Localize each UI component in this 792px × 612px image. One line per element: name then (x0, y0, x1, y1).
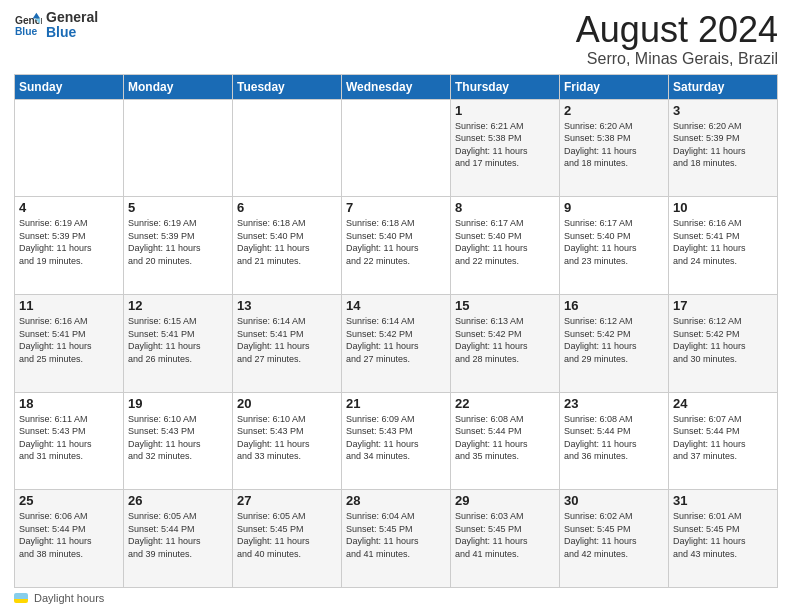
day-info: Sunrise: 6:16 AM Sunset: 5:41 PM Dayligh… (673, 217, 773, 267)
day-number: 10 (673, 200, 773, 215)
calendar-cell: 11Sunrise: 6:16 AM Sunset: 5:41 PM Dayli… (15, 294, 124, 392)
calendar-cell: 30Sunrise: 6:02 AM Sunset: 5:45 PM Dayli… (560, 490, 669, 588)
calendar-cell: 24Sunrise: 6:07 AM Sunset: 5:44 PM Dayli… (669, 392, 778, 490)
logo-icon: General Blue (14, 11, 42, 39)
calendar-cell: 5Sunrise: 6:19 AM Sunset: 5:39 PM Daylig… (124, 197, 233, 295)
day-number: 5 (128, 200, 228, 215)
calendar-cell: 25Sunrise: 6:06 AM Sunset: 5:44 PM Dayli… (15, 490, 124, 588)
day-info: Sunrise: 6:02 AM Sunset: 5:45 PM Dayligh… (564, 510, 664, 560)
calendar-cell: 19Sunrise: 6:10 AM Sunset: 5:43 PM Dayli… (124, 392, 233, 490)
calendar-cell: 21Sunrise: 6:09 AM Sunset: 5:43 PM Dayli… (342, 392, 451, 490)
calendar-cell: 12Sunrise: 6:15 AM Sunset: 5:41 PM Dayli… (124, 294, 233, 392)
day-number: 8 (455, 200, 555, 215)
day-number: 15 (455, 298, 555, 313)
day-info: Sunrise: 6:01 AM Sunset: 5:45 PM Dayligh… (673, 510, 773, 560)
calendar-cell: 10Sunrise: 6:16 AM Sunset: 5:41 PM Dayli… (669, 197, 778, 295)
day-number: 31 (673, 493, 773, 508)
calendar-cell: 6Sunrise: 6:18 AM Sunset: 5:40 PM Daylig… (233, 197, 342, 295)
day-header-wednesday: Wednesday (342, 74, 451, 99)
calendar-cell: 1Sunrise: 6:21 AM Sunset: 5:38 PM Daylig… (451, 99, 560, 197)
day-number: 20 (237, 396, 337, 411)
day-header-friday: Friday (560, 74, 669, 99)
footer-label: Daylight hours (34, 592, 104, 604)
calendar-cell: 7Sunrise: 6:18 AM Sunset: 5:40 PM Daylig… (342, 197, 451, 295)
day-info: Sunrise: 6:16 AM Sunset: 5:41 PM Dayligh… (19, 315, 119, 365)
calendar-cell: 27Sunrise: 6:05 AM Sunset: 5:45 PM Dayli… (233, 490, 342, 588)
day-number: 25 (19, 493, 119, 508)
calendar-cell: 14Sunrise: 6:14 AM Sunset: 5:42 PM Dayli… (342, 294, 451, 392)
day-info: Sunrise: 6:14 AM Sunset: 5:42 PM Dayligh… (346, 315, 446, 365)
svg-text:Blue: Blue (15, 27, 38, 38)
page: General Blue General Blue August 2024 Se… (0, 0, 792, 612)
calendar-header-row: SundayMondayTuesdayWednesdayThursdayFrid… (15, 74, 778, 99)
day-info: Sunrise: 6:20 AM Sunset: 5:39 PM Dayligh… (673, 120, 773, 170)
calendar-cell (15, 99, 124, 197)
day-info: Sunrise: 6:12 AM Sunset: 5:42 PM Dayligh… (564, 315, 664, 365)
day-info: Sunrise: 6:04 AM Sunset: 5:45 PM Dayligh… (346, 510, 446, 560)
calendar-cell (124, 99, 233, 197)
footer: Daylight hours (14, 592, 778, 604)
day-number: 16 (564, 298, 664, 313)
day-number: 18 (19, 396, 119, 411)
day-header-thursday: Thursday (451, 74, 560, 99)
calendar-cell: 20Sunrise: 6:10 AM Sunset: 5:43 PM Dayli… (233, 392, 342, 490)
day-info: Sunrise: 6:18 AM Sunset: 5:40 PM Dayligh… (346, 217, 446, 267)
calendar-cell: 23Sunrise: 6:08 AM Sunset: 5:44 PM Dayli… (560, 392, 669, 490)
calendar-cell: 28Sunrise: 6:04 AM Sunset: 5:45 PM Dayli… (342, 490, 451, 588)
day-number: 12 (128, 298, 228, 313)
day-info: Sunrise: 6:05 AM Sunset: 5:44 PM Dayligh… (128, 510, 228, 560)
day-header-saturday: Saturday (669, 74, 778, 99)
logo-text-blue: Blue (46, 25, 98, 40)
day-number: 1 (455, 103, 555, 118)
day-number: 2 (564, 103, 664, 118)
day-info: Sunrise: 6:13 AM Sunset: 5:42 PM Dayligh… (455, 315, 555, 365)
day-number: 14 (346, 298, 446, 313)
calendar-cell: 22Sunrise: 6:08 AM Sunset: 5:44 PM Dayli… (451, 392, 560, 490)
day-header-tuesday: Tuesday (233, 74, 342, 99)
day-info: Sunrise: 6:19 AM Sunset: 5:39 PM Dayligh… (19, 217, 119, 267)
calendar-cell: 8Sunrise: 6:17 AM Sunset: 5:40 PM Daylig… (451, 197, 560, 295)
calendar-cell: 26Sunrise: 6:05 AM Sunset: 5:44 PM Dayli… (124, 490, 233, 588)
day-number: 17 (673, 298, 773, 313)
day-info: Sunrise: 6:12 AM Sunset: 5:42 PM Dayligh… (673, 315, 773, 365)
calendar-week-row: 25Sunrise: 6:06 AM Sunset: 5:44 PM Dayli… (15, 490, 778, 588)
calendar-table: SundayMondayTuesdayWednesdayThursdayFrid… (14, 74, 778, 588)
calendar-cell (342, 99, 451, 197)
day-info: Sunrise: 6:10 AM Sunset: 5:43 PM Dayligh… (128, 413, 228, 463)
day-number: 28 (346, 493, 446, 508)
calendar-week-row: 1Sunrise: 6:21 AM Sunset: 5:38 PM Daylig… (15, 99, 778, 197)
calendar-title: August 2024 (576, 10, 778, 50)
day-info: Sunrise: 6:17 AM Sunset: 5:40 PM Dayligh… (455, 217, 555, 267)
calendar-cell: 4Sunrise: 6:19 AM Sunset: 5:39 PM Daylig… (15, 197, 124, 295)
day-number: 7 (346, 200, 446, 215)
calendar-cell: 29Sunrise: 6:03 AM Sunset: 5:45 PM Dayli… (451, 490, 560, 588)
day-number: 9 (564, 200, 664, 215)
logo-text-general: General (46, 10, 98, 25)
day-info: Sunrise: 6:08 AM Sunset: 5:44 PM Dayligh… (564, 413, 664, 463)
day-info: Sunrise: 6:09 AM Sunset: 5:43 PM Dayligh… (346, 413, 446, 463)
day-number: 4 (19, 200, 119, 215)
calendar-cell: 2Sunrise: 6:20 AM Sunset: 5:38 PM Daylig… (560, 99, 669, 197)
calendar-cell: 18Sunrise: 6:11 AM Sunset: 5:43 PM Dayli… (15, 392, 124, 490)
day-info: Sunrise: 6:21 AM Sunset: 5:38 PM Dayligh… (455, 120, 555, 170)
day-info: Sunrise: 6:05 AM Sunset: 5:45 PM Dayligh… (237, 510, 337, 560)
day-number: 26 (128, 493, 228, 508)
calendar-cell: 17Sunrise: 6:12 AM Sunset: 5:42 PM Dayli… (669, 294, 778, 392)
day-header-monday: Monday (124, 74, 233, 99)
calendar-week-row: 18Sunrise: 6:11 AM Sunset: 5:43 PM Dayli… (15, 392, 778, 490)
day-number: 29 (455, 493, 555, 508)
calendar-cell (233, 99, 342, 197)
calendar-cell: 15Sunrise: 6:13 AM Sunset: 5:42 PM Dayli… (451, 294, 560, 392)
day-info: Sunrise: 6:11 AM Sunset: 5:43 PM Dayligh… (19, 413, 119, 463)
day-number: 22 (455, 396, 555, 411)
day-number: 13 (237, 298, 337, 313)
day-info: Sunrise: 6:15 AM Sunset: 5:41 PM Dayligh… (128, 315, 228, 365)
logo: General Blue General Blue (14, 10, 98, 41)
day-number: 24 (673, 396, 773, 411)
day-number: 6 (237, 200, 337, 215)
day-info: Sunrise: 6:14 AM Sunset: 5:41 PM Dayligh… (237, 315, 337, 365)
day-info: Sunrise: 6:07 AM Sunset: 5:44 PM Dayligh… (673, 413, 773, 463)
day-info: Sunrise: 6:10 AM Sunset: 5:43 PM Dayligh… (237, 413, 337, 463)
day-info: Sunrise: 6:20 AM Sunset: 5:38 PM Dayligh… (564, 120, 664, 170)
day-number: 27 (237, 493, 337, 508)
